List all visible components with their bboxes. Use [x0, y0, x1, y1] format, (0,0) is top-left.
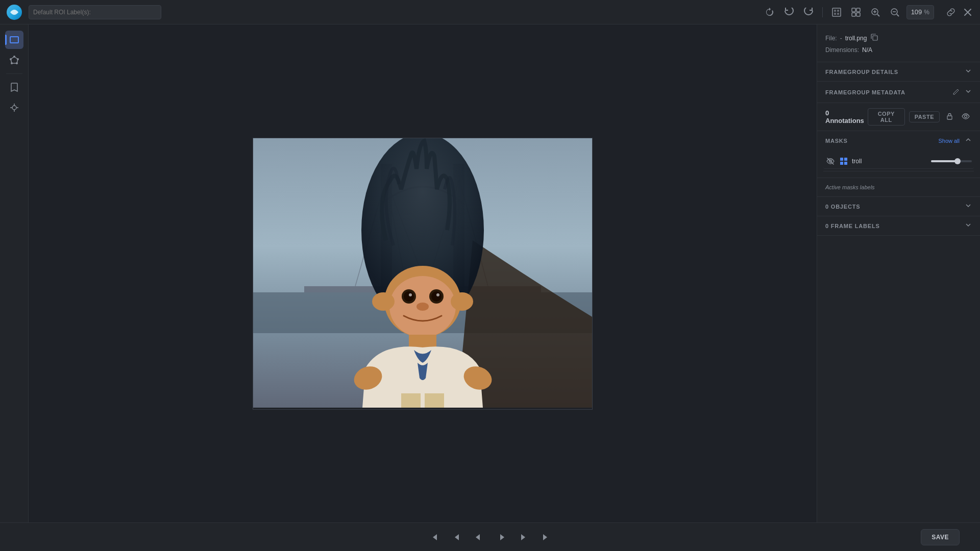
active-tool-indicator [5, 35, 7, 45]
zoom-display: 109 % [906, 5, 934, 19]
mask-visibility-button[interactable] [825, 156, 836, 166]
file-dash: - [840, 35, 842, 42]
visibility-button[interactable] [960, 110, 972, 124]
redo-button[interactable] [801, 6, 816, 19]
masks-title: MASKS [825, 138, 848, 144]
svg-rect-66 [844, 162, 847, 165]
copy-filename-button[interactable] [870, 33, 879, 43]
canvas-area[interactable] [29, 24, 817, 522]
annotations-count: 0 Annotations [825, 109, 868, 124]
mask-slider-fill [931, 160, 958, 162]
framegroup-details-title: FRAMEGROUP DETAILS [825, 69, 898, 75]
framegroup-metadata-header[interactable]: FRAMEGROUP METADATA [817, 82, 980, 103]
svg-rect-9 [856, 13, 860, 16]
step-back-button[interactable] [470, 529, 488, 545]
file-info: File: - troll.png Dimensions: N/A [817, 24, 980, 62]
svg-rect-64 [844, 158, 847, 161]
annotations-bar: 0 Annotations COPY ALL PASTE [817, 103, 980, 131]
active-masks-labels: Active masks labels [817, 178, 980, 196]
mask-opacity-slider[interactable] [931, 160, 972, 162]
svg-point-26 [12, 106, 16, 110]
grid-button[interactable] [848, 6, 864, 19]
svg-rect-19 [10, 37, 18, 43]
copy-all-button[interactable]: COPY ALL [868, 108, 905, 126]
framegroup-metadata-title: FRAMEGROUP METADATA [825, 89, 905, 95]
sidebar-tool-bookmark[interactable] [5, 78, 23, 96]
paste-button[interactable]: PASTE [909, 111, 940, 122]
frame-labels-title: 0 FRAME LABELS [825, 223, 880, 229]
svg-rect-59 [873, 36, 877, 40]
mask-slider-thumb[interactable] [954, 158, 961, 164]
right-panel: File: - troll.png Dimensions: N/A FRAMEG… [817, 24, 980, 522]
fit-to-screen-button[interactable] [829, 6, 844, 19]
masks-content: troll [817, 150, 980, 178]
sidebar-tool-polygon[interactable] [5, 51, 23, 69]
framegroup-details-header[interactable]: FRAMEGROUP DETAILS [817, 62, 980, 82]
zoom-out-button[interactable] [887, 6, 902, 19]
frame-labels-header[interactable]: 0 FRAME LABELS [817, 216, 980, 235]
svg-rect-58 [425, 393, 444, 408]
go-to-end-button[interactable] [537, 529, 555, 545]
objects-header[interactable]: 0 OBJECTS [817, 197, 980, 216]
svg-rect-60 [947, 116, 952, 119]
toolbar-icons: 109 % [762, 5, 934, 19]
mask-separator [823, 171, 974, 171]
masks-chevron [965, 136, 972, 145]
objects-section: 0 OBJECTS [817, 197, 980, 216]
step-forward-button[interactable] [492, 529, 510, 545]
framegroup-details-chevron [965, 67, 972, 76]
file-row: File: - troll.png [825, 33, 972, 43]
app-logo [6, 4, 22, 20]
zoom-in-button[interactable] [868, 6, 883, 19]
left-sidebar [0, 24, 29, 522]
svg-rect-6 [852, 8, 855, 12]
dimensions-value: N/A [862, 46, 872, 54]
masks-section: MASKS Show all [817, 131, 980, 197]
svg-point-50 [431, 291, 442, 302]
svg-point-45 [372, 292, 395, 311]
svg-point-61 [965, 115, 967, 117]
show-all-button[interactable]: Show all [938, 138, 960, 144]
objects-title: 0 OBJECTS [825, 204, 860, 210]
svg-point-52 [436, 293, 439, 296]
svg-rect-57 [401, 393, 421, 408]
svg-rect-1 [832, 8, 841, 16]
mask-item-troll[interactable]: troll [823, 154, 974, 169]
link-button[interactable] [944, 6, 958, 19]
undo-button[interactable] [781, 6, 797, 19]
svg-rect-65 [840, 162, 843, 165]
save-button[interactable]: SAVE [921, 529, 960, 545]
file-label: File: [825, 35, 837, 42]
svg-point-46 [451, 292, 473, 311]
masks-header[interactable]: MASKS Show all [817, 131, 980, 150]
section-icons [965, 67, 972, 76]
metadata-edit-button[interactable] [952, 87, 961, 97]
svg-point-51 [409, 293, 412, 296]
sidebar-tool-rectangle[interactable] [5, 31, 23, 49]
sidebar-divider [6, 73, 22, 74]
mask-type-icon [840, 157, 848, 165]
objects-chevron [965, 202, 972, 211]
roi-label-input[interactable] [29, 5, 161, 19]
dimensions-label: Dimensions: [825, 46, 859, 54]
lock-button[interactable] [944, 110, 955, 123]
svg-rect-8 [852, 13, 855, 16]
zoom-percent: % [924, 9, 929, 16]
close-button[interactable] [962, 6, 974, 18]
metadata-section-icons [952, 87, 972, 97]
title-bar: 109 % [0, 0, 980, 24]
next-frame-button[interactable] [514, 529, 533, 545]
sidebar-tool-point[interactable] [5, 98, 23, 117]
mask-name: troll [852, 158, 927, 165]
previous-frame-button[interactable] [447, 529, 465, 545]
bottom-bar: SAVE [0, 522, 980, 551]
title-bar-actions [944, 6, 974, 19]
frame-labels-chevron [965, 221, 972, 230]
rotate-button[interactable] [762, 6, 777, 19]
svg-rect-63 [840, 158, 843, 161]
go-to-start-button[interactable] [425, 529, 443, 545]
dimensions-row: Dimensions: N/A [825, 46, 972, 54]
svg-rect-3 [837, 10, 839, 12]
image-frame [253, 138, 593, 410]
frame-labels-section: 0 FRAME LABELS [817, 216, 980, 236]
